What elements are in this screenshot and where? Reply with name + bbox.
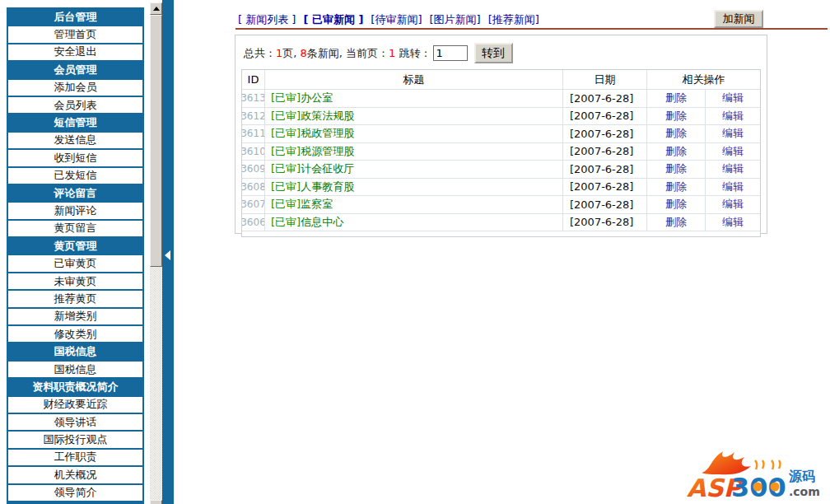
news-title-link[interactable]: 税政管理股 — [301, 126, 354, 141]
sidebar-item[interactable]: 机关概况 — [8, 467, 142, 484]
news-nav-tab[interactable]: [ 新闻列表 ] — [238, 12, 296, 27]
delete-link[interactable]: 删除 — [665, 91, 687, 105]
sidebar-item-label: 收到短信 — [54, 151, 97, 166]
news-status-badge: [已审] — [271, 161, 301, 176]
news-title-cell: [已审]信息中心 — [264, 214, 562, 231]
edit-link[interactable]: 编辑 — [722, 109, 744, 124]
sidebar-item-label: 新增类别 — [54, 309, 97, 324]
news-nav: [ 新闻列表 ] [ 已审新闻 ] [待审新闻] [图片新闻] [推荐新闻] — [238, 12, 539, 27]
sidebar-item[interactable]: 领导讲话 — [8, 414, 142, 432]
scrollbar-thumb[interactable] — [150, 15, 162, 267]
sidebar-collapse-strip[interactable] — [162, 0, 174, 504]
edit-link[interactable]: 编辑 — [722, 161, 744, 176]
sidebar-item[interactable]: 财经政要近踪 — [8, 397, 142, 414]
edit-link[interactable]: 编辑 — [722, 180, 744, 194]
total-pages-value: 1 — [276, 47, 282, 59]
go-button[interactable]: 转到 — [474, 43, 513, 63]
sidebar-item[interactable]: 会员列表 — [8, 97, 142, 114]
delete-link[interactable]: 删除 — [665, 161, 687, 176]
news-id: 3610 — [242, 143, 264, 161]
sidebar-item[interactable]: 会员管理 — [8, 62, 142, 79]
news-status-badge: [已审] — [271, 180, 301, 194]
sidebar-item-label: 后台管理 — [54, 10, 97, 25]
column-header-ops: 相关操作 — [646, 70, 760, 89]
sidebar-item-label: 评论留言 — [54, 186, 97, 201]
column-header-date: 日期 — [562, 70, 646, 89]
delete-link[interactable]: 删除 — [665, 180, 687, 194]
news-title-link[interactable]: 信息中心 — [301, 215, 343, 230]
sidebar-item[interactable]: 管理首页 — [8, 26, 142, 44]
sidebar-item[interactable]: 国税信息 — [8, 362, 142, 379]
news-table-row: 3610 [已审]税源管理股 [2007-6-28] 删除 编辑 — [242, 142, 760, 161]
current-page-label: 当前页： — [346, 46, 389, 61]
sidebar-item[interactable]: 后台管理 — [8, 9, 142, 26]
sidebar-item[interactable]: 短信管理 — [8, 114, 142, 132]
delete-link[interactable]: 删除 — [665, 215, 687, 230]
sidebar-item[interactable]: 黄页留言 — [8, 221, 142, 238]
news-title-link[interactable]: 人事教育股 — [301, 180, 354, 194]
sidebar-item[interactable]: 已发短信 — [8, 168, 142, 185]
edit-link[interactable]: 编辑 — [722, 215, 744, 230]
edit-link[interactable]: 编辑 — [722, 126, 744, 141]
sidebar-item-label: 领导简介 — [54, 485, 97, 500]
news-nav-tab[interactable]: [图片新闻] — [430, 12, 481, 27]
news-title-cell: [已审]办公室 — [264, 90, 562, 107]
news-title-cell: [已审]税政管理股 — [264, 125, 562, 142]
news-title-link[interactable]: 办公室 — [301, 91, 333, 105]
sidebar-item-label: 黄页留言 — [54, 221, 97, 236]
edit-link[interactable]: 编辑 — [722, 197, 744, 212]
news-table-row: 3611 [已审]税政管理股 [2007-6-28] 删除 编辑 — [242, 124, 760, 142]
add-news-button[interactable]: 加新闻 — [714, 10, 763, 28]
news-table-row: 3608 [已审]人事教育股 [2007-6-28] 删除 编辑 — [242, 178, 760, 196]
sidebar-item[interactable]: 新闻评论 — [8, 203, 142, 220]
sidebar-item[interactable]: 黄页管理 — [8, 238, 142, 255]
sidebar-scrollbar[interactable] — [150, 2, 162, 504]
jump-page-input[interactable] — [433, 45, 468, 61]
news-title-link[interactable]: 计会征收厅 — [301, 161, 354, 176]
news-nav-tab[interactable]: [ 已审新闻 ] — [303, 12, 363, 27]
sidebar-item[interactable]: 工作职责 — [8, 450, 142, 467]
sidebar-item[interactable]: 领导简介 — [8, 485, 142, 502]
logo-com-text: .com — [789, 485, 820, 498]
sidebar-item[interactable]: 新增类别 — [8, 309, 142, 326]
sidebar-item[interactable]: 推荐黄页 — [8, 291, 142, 308]
sidebar-item[interactable]: 发送信息 — [8, 133, 142, 150]
sidebar-item[interactable]: 资料职责概况简介 — [8, 379, 142, 396]
scroll-down-button[interactable] — [150, 500, 162, 504]
delete-link[interactable]: 删除 — [665, 109, 687, 124]
news-count-value: 8 — [301, 47, 307, 59]
news-title-link[interactable]: 监察室 — [301, 197, 333, 212]
logo-cn-text: 源码 — [788, 469, 815, 484]
news-status-badge: [已审] — [271, 126, 301, 141]
news-table-row: 3607 [已审]监察室 [2007-6-28] 删除 编辑 — [242, 195, 760, 213]
scroll-up-button[interactable] — [150, 2, 162, 15]
sidebar-item-label: 国税信息 — [54, 362, 97, 377]
news-title-link[interactable]: 税源管理股 — [301, 144, 354, 159]
news-nav-tab[interactable]: [待审新闻] — [371, 12, 422, 27]
news-nav-tab[interactable]: [推荐新闻] — [488, 12, 539, 27]
sidebar-item[interactable]: 未审黄页 — [8, 273, 142, 291]
news-title-cell: [已审]政策法规股 — [264, 108, 562, 125]
sidebar-item-label: 管理首页 — [54, 27, 97, 42]
sidebar-item[interactable]: 国际投行观点 — [8, 432, 142, 449]
news-status-badge: [已审] — [271, 197, 301, 212]
sidebar-item[interactable]: 安全退出 — [8, 44, 142, 62]
sidebar-item[interactable]: 收到短信 — [8, 150, 142, 167]
sidebar-item-label: 安全退出 — [54, 44, 97, 59]
sidebar-item[interactable]: 国税信息 — [8, 343, 142, 361]
delete-link[interactable]: 删除 — [665, 144, 687, 159]
news-title-link[interactable]: 政策法规股 — [301, 109, 354, 124]
sidebar-item[interactable]: 已审黄页 — [8, 255, 142, 273]
sidebar-item[interactable]: 修改类别 — [8, 326, 142, 343]
sidebar-item-label: 推荐黄页 — [54, 292, 97, 306]
news-status-badge: [已审] — [271, 215, 301, 230]
delete-link[interactable]: 删除 — [665, 126, 687, 141]
sidebar-item[interactable]: 添加会员 — [8, 80, 142, 97]
delete-link[interactable]: 删除 — [665, 197, 687, 212]
edit-link[interactable]: 编辑 — [722, 91, 744, 105]
edit-link[interactable]: 编辑 — [722, 144, 744, 159]
header-divider — [235, 28, 828, 30]
news-table: ID 标题 日期 相关操作 3613 [已审]办公室 [2007-6-28] 删… — [241, 69, 761, 237]
sidebar-item-label: 工作职责 — [54, 450, 97, 464]
sidebar-item[interactable]: 评论留言 — [8, 185, 142, 203]
